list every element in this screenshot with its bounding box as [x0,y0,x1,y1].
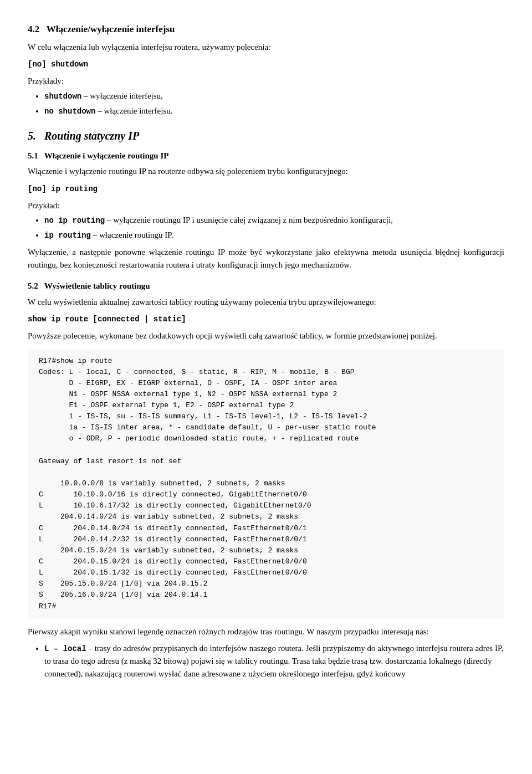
section-5-2-after-code: Pierwszy akapit wyniku stanowi legendę o… [28,626,504,638]
section-heading-4-2: 4.2 Włączenie/wyłączenie interfejsu [28,22,504,37]
bullet-4-2-2: no shutdown – włączenie interfejsu. [44,105,504,117]
example-label-4-2: Przykłady: [28,75,504,88]
section-4-2-intro: W celu włączenia lub wyłączenia interfej… [28,41,504,54]
section-5-2-paragraph: Powyższe polecenie, wykonane bez dodatko… [28,330,504,342]
section-heading-5-2: 5.2 Wyświetlenie tablicy routingu [28,280,504,293]
section-heading-5-1: 5.1 Włączenie i wyłączenie routingu IP [28,150,504,162]
example-label-5-1: Przykład: [28,199,504,212]
command-show-ip-route: show ip route [connected | static] [28,312,504,325]
command-no-shutdown: [no] shutdown [28,58,504,70]
command-no-ip-routing: [no] ip routing [28,182,504,195]
bullet-5-1-2: ip routing – włączenie routingu IP. [44,229,504,242]
section-5-1-paragraph: Wyłączenie, a następnie ponowne włączeni… [28,246,504,271]
bullet-5-1-1: no ip routing – wyłączenie routingu IP i… [44,214,504,227]
bullet-4-2-1: shutdown – wyłączenie interfejsu, [44,90,504,102]
bullets-4-2: shutdown – wyłączenie interfejsu, no shu… [44,90,504,117]
bullet-5-2-1: L – local – trasy do adresów przypisanyc… [44,642,504,680]
section-5-1-intro: Włączenie i wyłączenie routingu IP na ro… [28,165,504,178]
section-heading-5: 5. Routing statyczny IP [28,127,504,144]
section-5-2-intro: W celu wyświetlenia aktualnej zawartości… [28,296,504,309]
bullets-5-2: L – local – trasy do adresów przypisanyc… [44,642,504,680]
bullets-5-1: no ip routing – wyłączenie routingu IP i… [44,214,504,242]
code-block-show-ip-route: R17#show ip route Codes: L - local, C - … [28,349,504,619]
